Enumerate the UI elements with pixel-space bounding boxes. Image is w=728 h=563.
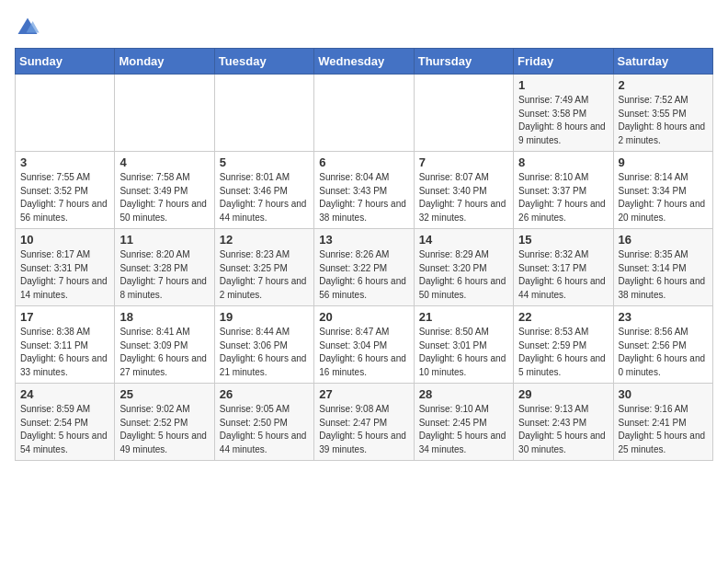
calendar-cell: 20Sunrise: 8:47 AM Sunset: 3:04 PM Dayli… (314, 306, 414, 384)
day-number: 19 (220, 310, 309, 324)
day-number: 17 (20, 310, 109, 324)
day-number: 4 (119, 155, 209, 169)
day-info: Sunrise: 8:17 AM Sunset: 3:31 PM Dayligh… (20, 248, 109, 302)
calendar-cell (16, 75, 115, 152)
calendar-cell: 12Sunrise: 8:23 AM Sunset: 3:25 PM Dayli… (214, 229, 313, 306)
day-number: 1 (518, 78, 608, 92)
calendar-cell (414, 75, 513, 152)
day-number: 26 (220, 387, 309, 401)
calendar-cell: 4Sunrise: 7:58 AM Sunset: 3:49 PM Daylig… (115, 152, 214, 229)
calendar-cell: 7Sunrise: 8:07 AM Sunset: 3:40 PM Daylig… (414, 152, 513, 229)
day-info: Sunrise: 9:16 AM Sunset: 2:41 PM Dayligh… (619, 403, 708, 456)
logo (15, 15, 44, 40)
calendar-cell: 27Sunrise: 9:08 AM Sunset: 2:47 PM Dayli… (314, 384, 414, 461)
day-number: 3 (20, 155, 109, 169)
day-number: 27 (319, 387, 408, 401)
day-info: Sunrise: 8:23 AM Sunset: 3:25 PM Dayligh… (220, 248, 309, 302)
calendar-cell: 29Sunrise: 9:13 AM Sunset: 2:43 PM Dayli… (514, 384, 613, 461)
day-number: 13 (319, 233, 408, 247)
calendar-cell: 5Sunrise: 8:01 AM Sunset: 3:46 PM Daylig… (214, 152, 313, 229)
day-info: Sunrise: 8:04 AM Sunset: 3:43 PM Dayligh… (319, 171, 408, 224)
day-number: 30 (619, 387, 708, 401)
day-number: 23 (619, 310, 708, 324)
calendar-cell: 25Sunrise: 9:02 AM Sunset: 2:52 PM Dayli… (115, 384, 214, 461)
day-number: 11 (119, 233, 209, 247)
day-number: 5 (220, 155, 309, 169)
calendar-cell: 2Sunrise: 7:52 AM Sunset: 3:55 PM Daylig… (613, 75, 712, 152)
day-header-saturday: Saturday (613, 49, 712, 75)
day-info: Sunrise: 8:01 AM Sunset: 3:46 PM Dayligh… (220, 171, 309, 224)
logo-icon (15, 15, 40, 40)
day-number: 14 (419, 233, 508, 247)
day-number: 7 (419, 155, 508, 169)
day-header-friday: Friday (514, 49, 613, 75)
calendar-cell: 15Sunrise: 8:32 AM Sunset: 3:17 PM Dayli… (514, 229, 613, 306)
calendar-cell (214, 75, 313, 152)
calendar-cell: 23Sunrise: 8:56 AM Sunset: 2:56 PM Dayli… (613, 306, 712, 384)
week-row-2: 3Sunrise: 7:55 AM Sunset: 3:52 PM Daylig… (16, 152, 713, 229)
calendar-cell: 19Sunrise: 8:44 AM Sunset: 3:06 PM Dayli… (214, 306, 313, 384)
day-number: 18 (119, 310, 209, 324)
day-number: 25 (119, 387, 209, 401)
calendar-cell: 22Sunrise: 8:53 AM Sunset: 2:59 PM Dayli… (514, 306, 613, 384)
day-number: 9 (619, 155, 708, 169)
day-info: Sunrise: 8:44 AM Sunset: 3:06 PM Dayligh… (220, 326, 309, 379)
calendar-cell: 8Sunrise: 8:10 AM Sunset: 3:37 PM Daylig… (514, 152, 613, 229)
day-info: Sunrise: 7:58 AM Sunset: 3:49 PM Dayligh… (119, 171, 209, 224)
day-info: Sunrise: 9:10 AM Sunset: 2:45 PM Dayligh… (419, 403, 508, 456)
day-info: Sunrise: 8:14 AM Sunset: 3:34 PM Dayligh… (619, 171, 708, 224)
day-info: Sunrise: 9:13 AM Sunset: 2:43 PM Dayligh… (518, 403, 608, 456)
header-row: SundayMondayTuesdayWednesdayThursdayFrid… (16, 49, 713, 75)
day-number: 15 (518, 233, 608, 247)
day-info: Sunrise: 8:38 AM Sunset: 3:11 PM Dayligh… (20, 326, 109, 379)
header (15, 15, 713, 40)
day-info: Sunrise: 7:49 AM Sunset: 3:58 PM Dayligh… (518, 94, 608, 147)
calendar-cell: 14Sunrise: 8:29 AM Sunset: 3:20 PM Dayli… (414, 229, 513, 306)
day-info: Sunrise: 9:02 AM Sunset: 2:52 PM Dayligh… (119, 403, 209, 456)
day-info: Sunrise: 8:32 AM Sunset: 3:17 PM Dayligh… (518, 248, 608, 302)
day-info: Sunrise: 7:55 AM Sunset: 3:52 PM Dayligh… (20, 171, 109, 224)
calendar-cell: 6Sunrise: 8:04 AM Sunset: 3:43 PM Daylig… (314, 152, 414, 229)
calendar-cell: 1Sunrise: 7:49 AM Sunset: 3:58 PM Daylig… (514, 75, 613, 152)
day-info: Sunrise: 9:08 AM Sunset: 2:47 PM Dayligh… (319, 403, 408, 456)
day-header-thursday: Thursday (414, 49, 513, 75)
day-header-wednesday: Wednesday (314, 49, 414, 75)
week-row-5: 24Sunrise: 8:59 AM Sunset: 2:54 PM Dayli… (16, 384, 713, 461)
calendar-cell: 18Sunrise: 8:41 AM Sunset: 3:09 PM Dayli… (115, 306, 214, 384)
day-info: Sunrise: 7:52 AM Sunset: 3:55 PM Dayligh… (619, 94, 708, 147)
day-number: 8 (518, 155, 608, 169)
day-info: Sunrise: 8:50 AM Sunset: 3:01 PM Dayligh… (419, 326, 508, 379)
calendar-cell: 10Sunrise: 8:17 AM Sunset: 3:31 PM Dayli… (16, 229, 115, 306)
calendar-table: SundayMondayTuesdayWednesdayThursdayFrid… (15, 48, 713, 461)
calendar-cell: 24Sunrise: 8:59 AM Sunset: 2:54 PM Dayli… (16, 384, 115, 461)
day-info: Sunrise: 8:20 AM Sunset: 3:28 PM Dayligh… (119, 248, 209, 302)
day-info: Sunrise: 8:47 AM Sunset: 3:04 PM Dayligh… (319, 326, 408, 379)
day-number: 22 (518, 310, 608, 324)
day-info: Sunrise: 8:56 AM Sunset: 2:56 PM Dayligh… (619, 326, 708, 379)
day-number: 21 (419, 310, 508, 324)
calendar-cell: 21Sunrise: 8:50 AM Sunset: 3:01 PM Dayli… (414, 306, 513, 384)
day-number: 12 (220, 233, 309, 247)
day-header-sunday: Sunday (16, 49, 115, 75)
day-header-monday: Monday (115, 49, 214, 75)
day-info: Sunrise: 8:41 AM Sunset: 3:09 PM Dayligh… (119, 326, 209, 379)
day-number: 24 (20, 387, 109, 401)
day-info: Sunrise: 8:07 AM Sunset: 3:40 PM Dayligh… (419, 171, 508, 224)
calendar-cell: 16Sunrise: 8:35 AM Sunset: 3:14 PM Dayli… (613, 229, 712, 306)
calendar-cell: 13Sunrise: 8:26 AM Sunset: 3:22 PM Dayli… (314, 229, 414, 306)
calendar-cell (115, 75, 214, 152)
calendar-cell: 26Sunrise: 9:05 AM Sunset: 2:50 PM Dayli… (214, 384, 313, 461)
day-number: 10 (20, 233, 109, 247)
calendar-cell (314, 75, 414, 152)
calendar-cell: 3Sunrise: 7:55 AM Sunset: 3:52 PM Daylig… (16, 152, 115, 229)
day-info: Sunrise: 8:10 AM Sunset: 3:37 PM Dayligh… (518, 171, 608, 224)
day-info: Sunrise: 8:26 AM Sunset: 3:22 PM Dayligh… (319, 248, 408, 302)
day-number: 28 (419, 387, 508, 401)
week-row-4: 17Sunrise: 8:38 AM Sunset: 3:11 PM Dayli… (16, 306, 713, 384)
day-number: 2 (619, 78, 708, 92)
calendar-cell: 11Sunrise: 8:20 AM Sunset: 3:28 PM Dayli… (115, 229, 214, 306)
day-number: 29 (518, 387, 608, 401)
day-info: Sunrise: 8:29 AM Sunset: 3:20 PM Dayligh… (419, 248, 508, 302)
day-number: 20 (319, 310, 408, 324)
day-info: Sunrise: 8:35 AM Sunset: 3:14 PM Dayligh… (619, 248, 708, 302)
